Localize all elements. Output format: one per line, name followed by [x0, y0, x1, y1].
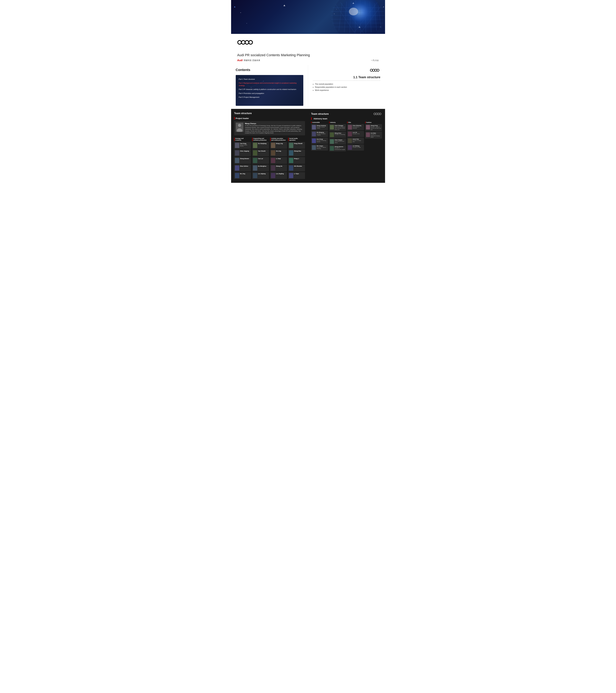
advisor-info: Wu Weigang Founder of Wanka Yangshe — [317, 132, 327, 136]
audi-logo-svg — [237, 39, 254, 46]
advisor-name: Zhang Yaodong — [317, 125, 327, 126]
member-photo — [235, 173, 239, 178]
member-info: Du Menghua — [258, 165, 268, 171]
contents-item-2: Part 2 Background analysis and environme… — [239, 82, 300, 87]
svg-point-37 — [375, 69, 377, 71]
red-bar-advisory — [311, 117, 312, 120]
audi-brand-label: Audi — [237, 59, 243, 62]
sub-team-activity: Activity executionand media production D… — [270, 138, 287, 180]
advisor-zheng-gaoxun: Zheng Gaoxun Founder of Entertainment Ca… — [329, 145, 346, 152]
advisor-name: Chen Yanyan — [335, 139, 345, 141]
globe-svg — [308, 0, 385, 34]
member-photo — [271, 165, 275, 171]
advisor-photo — [348, 125, 352, 130]
member-photo — [253, 158, 257, 163]
audi-rings-small — [370, 68, 380, 73]
particle-dot — [240, 12, 241, 13]
member-name: Li Jiaqi — [276, 158, 286, 159]
svg-point-26 — [249, 40, 253, 44]
member-photo — [271, 143, 275, 148]
two-col-layout: Contents Part 1 Team structure Part 2 Ba… — [231, 65, 385, 109]
contents-item-3: Part 3 IP character setting & platform c… — [239, 88, 300, 91]
member-name: Zhang Rao — [294, 150, 304, 152]
member-photo — [253, 143, 257, 148]
audi-logo-small — [313, 68, 380, 73]
member-name: Chen Jiagang — [240, 150, 250, 152]
sub-team-copywriting: Copywriting andcontents production Ou Xi… — [252, 138, 269, 180]
sub-team-strategy: Strategy andcreativity Cao Feng Group Cr… — [234, 138, 251, 180]
advisor-photo — [366, 133, 370, 137]
advisory-col-title-industry: Industry — [329, 122, 346, 123]
advisor-info: Zhang Yaodong Founder of Qiche Toutiao — [317, 125, 327, 130]
advisor-name: Zhang Fang — [371, 125, 381, 126]
member-info: Chen Jiagang — [240, 150, 250, 156]
svg-point-36 — [373, 69, 375, 71]
team-bullet-1: The overall population — [315, 83, 380, 85]
advisor-info: Chen Zhixiong Co-founder of Domovie — [353, 125, 363, 130]
advisor-info: Uncle Fish Founder of Duliyu Film — [353, 138, 363, 143]
advisor-photo — [330, 146, 334, 151]
member-card-shi: Shi Shuolan — [288, 165, 305, 172]
member-photo — [235, 158, 239, 163]
svg-point-25 — [245, 40, 249, 44]
advisor-role: Founder of Tiflan — [353, 147, 363, 148]
advisor-name: Lin Shifeng — [353, 145, 363, 146]
advisor-photo — [312, 125, 316, 130]
faw-label: 一汽·大众 — [371, 59, 379, 62]
team-bullets-list: The overall population Responsible popul… — [313, 83, 380, 91]
member-name: Dong Ling — [276, 143, 286, 144]
member-photo — [289, 173, 293, 178]
leader-description: As the Vice president of Onenergy Group,… — [245, 125, 303, 134]
member-card-yao: Yao Chushi — [252, 150, 269, 156]
bottom-right-title: Team structure — [311, 113, 329, 115]
member-photo — [271, 150, 275, 156]
member-info: Yao Chushi — [258, 150, 268, 156]
advisor-guo-dengi: Guo Dengi Founder of Dashing Kanche — [311, 138, 328, 144]
advisor-photo — [330, 133, 334, 137]
member-photo — [253, 150, 257, 156]
advisor-name: Wang Zhuo — [335, 133, 345, 134]
member-card-zhao: Zhao Sizhuo — [234, 165, 251, 172]
advisor-role: Founder - writer of Woman aromatic soul … — [371, 126, 381, 130]
member-name: Liu Jiajiang — [258, 173, 268, 175]
member-info: Shi Shuolan — [294, 165, 304, 171]
svg-point-40 — [238, 124, 241, 127]
audi-rings-bottom — [374, 112, 382, 116]
project-leader-label: Project leader — [234, 117, 305, 119]
member-photo — [235, 150, 239, 156]
advisor-role: Founder of Yijiahua Dianping — [317, 147, 327, 150]
svg-point-24 — [241, 40, 245, 44]
contents-list: Part 1 Team structure Part 2 Background … — [239, 78, 300, 98]
member-name: Li Yijun — [294, 173, 304, 175]
member-info: Cao Lai — [258, 158, 268, 163]
advisor-wang-zhuo: Wang Zhuo Founder of Sansheng — [329, 132, 346, 138]
svg-point-45 — [379, 113, 381, 115]
member-card-zhangrao: Zhang Rao — [288, 150, 305, 156]
advisor-info: Zhang Fang Founder - writer of Woman aro… — [371, 125, 381, 130]
member-info: Zhao Sizhuo — [240, 165, 250, 171]
bottom-left-section: Team structure Project leader Wang Cheny… — [231, 109, 308, 183]
advisory-team-title: Advisory team — [311, 117, 382, 120]
advisor-chen-yanyan: Chen Yanyan Chief Entertainment Officer — [329, 138, 346, 145]
leader-card: Wang Chenyu As the Vice president of One… — [234, 121, 305, 135]
advisory-col-title-film: Film — [347, 122, 364, 123]
contents-section: Contents Part 1 Team structure Part 2 Ba… — [231, 65, 308, 109]
project-leader-section: Project leader Wang Chenyu As the Vice p… — [234, 117, 305, 135]
globe-highlight — [342, 2, 373, 32]
advisory-col-industry: Industry Chen Changye Editor and Founder… — [329, 122, 346, 152]
member-name: Cao Lai — [258, 158, 268, 159]
member-photo — [271, 158, 275, 163]
advisor-role: Founder of Qiche Toutiao — [317, 126, 327, 129]
advisor-name: Guo Dengi — [317, 138, 327, 140]
advisor-zhang-fang: Zhang Fang Founder - writer of Woman aro… — [365, 124, 382, 131]
member-card-du: Du Menghua — [252, 165, 269, 172]
member-card-heling: He Ling — [270, 150, 287, 156]
leader-info: Wang Chenyu As the Vice president of One… — [245, 123, 303, 134]
member-photo — [253, 165, 257, 171]
sub-team-label-social: Social mediaoperation — [288, 138, 305, 141]
advisor-uncle-fish: Uncle Fish Founder of Duliyu Film — [347, 138, 364, 144]
advisor-role: Founder of Rebecca's Fantsey World — [371, 134, 381, 138]
advisory-col-automobile: Automobile Zhang Yaodong Founder of Qich… — [311, 122, 328, 152]
member-photo — [235, 143, 239, 148]
advisor-name: Wei Jingao — [317, 145, 327, 146]
